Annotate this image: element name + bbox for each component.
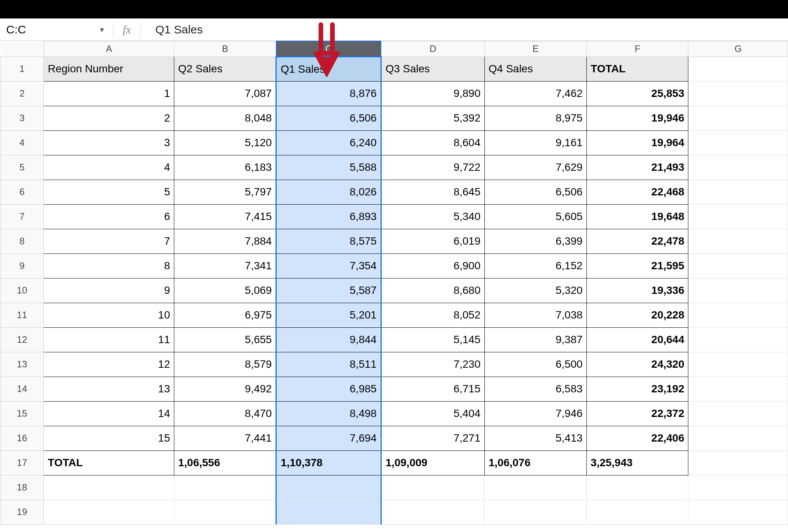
row-head-17[interactable]: 17 — [0, 450, 44, 475]
row-head-14[interactable]: 14 — [0, 377, 44, 401]
cell-A17[interactable]: TOTAL — [44, 450, 174, 475]
cell-E12[interactable]: 9,387 — [484, 327, 586, 352]
cell-C2[interactable]: 8,876 — [276, 81, 381, 106]
cell-E16[interactable]: 5,413 — [484, 426, 586, 450]
cell-A11[interactable]: 10 — [44, 303, 174, 327]
cell-C4[interactable]: 6,240 — [276, 130, 381, 155]
cell-F5[interactable]: 21,493 — [587, 155, 688, 180]
row-head-3[interactable]: 3 — [0, 106, 44, 130]
cell-C7[interactable]: 6,893 — [276, 204, 381, 229]
spreadsheet-grid[interactable]: ABCDEFG1Region NumberQ2 SalesQ1 SalesQ3 … — [0, 41, 788, 525]
row-head-9[interactable]: 9 — [0, 253, 44, 278]
cell-E8[interactable]: 6,399 — [484, 229, 586, 253]
cell-B18[interactable] — [174, 475, 276, 500]
cell-A18[interactable] — [44, 475, 174, 500]
cell-B11[interactable]: 6,975 — [174, 303, 276, 327]
cell-B19[interactable] — [174, 500, 276, 524]
cell-A10[interactable]: 9 — [44, 278, 174, 303]
cell-E18[interactable] — [484, 475, 586, 500]
cell-G17[interactable] — [688, 450, 788, 475]
cell-E5[interactable]: 7,629 — [484, 155, 586, 180]
cell-D18[interactable] — [381, 475, 484, 500]
cell-E9[interactable]: 6,152 — [484, 253, 586, 278]
cell-E3[interactable]: 8,975 — [484, 106, 586, 130]
cell-D5[interactable]: 9,722 — [381, 155, 484, 180]
cell-D2[interactable]: 9,890 — [381, 81, 484, 106]
cell-C14[interactable]: 6,985 — [276, 377, 381, 401]
row-head-6[interactable]: 6 — [0, 180, 44, 204]
cell-A4[interactable]: 3 — [44, 130, 174, 155]
cell-D9[interactable]: 6,900 — [381, 253, 484, 278]
cell-F7[interactable]: 19,648 — [587, 204, 688, 229]
cell-E6[interactable]: 6,506 — [484, 180, 586, 204]
cell-C12[interactable]: 9,844 — [276, 327, 381, 352]
cell-F13[interactable]: 24,320 — [587, 352, 688, 377]
row-head-19[interactable]: 19 — [0, 500, 44, 524]
cell-B8[interactable]: 7,884 — [174, 229, 276, 253]
cell-C8[interactable]: 8,575 — [276, 229, 381, 253]
cell-E2[interactable]: 7,462 — [484, 81, 586, 106]
cell-F19[interactable] — [587, 500, 688, 524]
cell-A8[interactable]: 7 — [44, 229, 174, 253]
cell-G16[interactable] — [688, 426, 788, 450]
cell-F8[interactable]: 22,478 — [587, 229, 688, 253]
row-head-15[interactable]: 15 — [0, 401, 44, 426]
col-head-E[interactable]: E — [484, 41, 586, 57]
cell-C11[interactable]: 5,201 — [276, 303, 381, 327]
row-head-11[interactable]: 11 — [0, 303, 44, 327]
row-head-5[interactable]: 5 — [0, 155, 44, 180]
cell-B12[interactable]: 5,655 — [174, 327, 276, 352]
cell-A3[interactable]: 2 — [44, 106, 174, 130]
row-head-12[interactable]: 12 — [0, 327, 44, 352]
cell-F6[interactable]: 22,468 — [587, 180, 688, 204]
cell-A14[interactable]: 13 — [44, 377, 174, 401]
cell-D7[interactable]: 5,340 — [381, 204, 484, 229]
cell-F2[interactable]: 25,853 — [587, 81, 688, 106]
cell-B9[interactable]: 7,341 — [174, 253, 276, 278]
cell-C15[interactable]: 8,498 — [276, 401, 381, 426]
cell-F10[interactable]: 19,336 — [587, 278, 688, 303]
cell-B3[interactable]: 8,048 — [174, 106, 276, 130]
cell-A19[interactable] — [44, 500, 174, 524]
row-head-18[interactable]: 18 — [0, 475, 44, 500]
cell-C19[interactable] — [276, 500, 381, 524]
cell-E15[interactable]: 7,946 — [484, 401, 586, 426]
cell-C3[interactable]: 6,506 — [276, 106, 381, 130]
cell-E19[interactable] — [484, 500, 586, 524]
cell-D10[interactable]: 8,680 — [381, 278, 484, 303]
cell-F4[interactable]: 19,964 — [587, 130, 688, 155]
cell-B10[interactable]: 5,069 — [174, 278, 276, 303]
cell-G15[interactable] — [688, 401, 788, 426]
cell-C17[interactable]: 1,10,378 — [276, 450, 381, 475]
cell-G14[interactable] — [688, 377, 788, 401]
cell-C9[interactable]: 7,354 — [276, 253, 381, 278]
cell-F12[interactable]: 20,644 — [587, 327, 688, 352]
cell-C10[interactable]: 5,587 — [276, 278, 381, 303]
cell-G10[interactable] — [688, 278, 788, 303]
cell-B16[interactable]: 7,441 — [174, 426, 276, 450]
cell-A5[interactable]: 4 — [44, 155, 174, 180]
cell-A16[interactable]: 15 — [44, 426, 174, 450]
cell-G1[interactable] — [688, 57, 788, 81]
row-head-16[interactable]: 16 — [0, 426, 44, 450]
col-head-F[interactable]: F — [587, 41, 688, 57]
cell-G6[interactable] — [688, 180, 788, 204]
cell-B13[interactable]: 8,579 — [174, 352, 276, 377]
cell-D4[interactable]: 8,604 — [381, 130, 484, 155]
row-head-1[interactable]: 1 — [0, 57, 44, 81]
cell-D1[interactable]: Q3 Sales — [381, 57, 484, 81]
cell-F16[interactable]: 22,406 — [587, 426, 688, 450]
cell-D19[interactable] — [381, 500, 484, 524]
cell-B17[interactable]: 1,06,556 — [174, 450, 276, 475]
cell-F9[interactable]: 21,595 — [587, 253, 688, 278]
cell-B6[interactable]: 5,797 — [174, 180, 276, 204]
cell-F11[interactable]: 20,228 — [587, 303, 688, 327]
cell-D12[interactable]: 5,145 — [381, 327, 484, 352]
cell-E7[interactable]: 5,605 — [484, 204, 586, 229]
cell-F3[interactable]: 19,946 — [587, 106, 688, 130]
cell-E1[interactable]: Q4 Sales — [484, 57, 586, 81]
cell-B14[interactable]: 9,492 — [174, 377, 276, 401]
cell-C5[interactable]: 5,588 — [276, 155, 381, 180]
cell-A2[interactable]: 1 — [44, 81, 174, 106]
cell-D13[interactable]: 7,230 — [381, 352, 484, 377]
